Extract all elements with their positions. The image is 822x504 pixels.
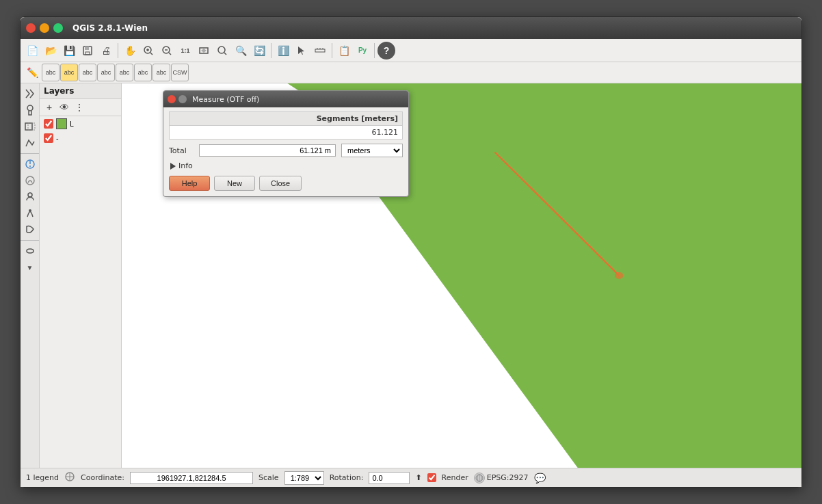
- left-tool-9[interactable]: [23, 222, 38, 237]
- dialog-titlebar: Measure (OTF off): [163, 91, 408, 107]
- label-btn-8[interactable]: CSW: [171, 64, 189, 81]
- statusbar: 1 legend Coordinate: Scale 1:789 Rotatio…: [21, 468, 801, 487]
- svg-rect-20: [25, 123, 32, 130]
- status-message-button[interactable]: 💬: [534, 472, 546, 484]
- label-btn-7[interactable]: abc: [153, 64, 170, 81]
- toolbar-separator-3: [332, 43, 332, 58]
- coordinate-input[interactable]: [130, 472, 253, 484]
- layer-2-name: -: [56, 135, 59, 142]
- toolbar-separator-1: [118, 43, 118, 58]
- left-tool-2[interactable]: [23, 103, 38, 118]
- python-button[interactable]: Py: [354, 42, 371, 59]
- label-btn-5[interactable]: abc: [116, 64, 133, 81]
- legend-count: 1 legend: [26, 473, 59, 482]
- new-button[interactable]: New: [214, 176, 255, 191]
- save-as-button[interactable]: [79, 42, 96, 59]
- label-btn-1[interactable]: abc: [42, 64, 59, 81]
- coordinate-label: Coordinate:: [81, 473, 124, 482]
- epsg-label-text: EPSG:2927: [487, 473, 529, 482]
- left-tool-8[interactable]: [23, 206, 38, 221]
- identify-button[interactable]: ℹ️: [274, 42, 292, 59]
- help-button[interactable]: ?: [377, 42, 395, 59]
- close-button[interactable]: [26, 23, 36, 33]
- unit-select[interactable]: meters kilometers feet miles: [341, 144, 403, 157]
- map-area[interactable]: Measure (OTF off) Segments [meters] 61.1…: [122, 83, 801, 468]
- left-icon-panel: ▼: [21, 83, 40, 468]
- label-toolbar: ✏️ abc abc abc abc abc abc abc CSW: [21, 62, 801, 83]
- print-button[interactable]: 🖨: [97, 42, 115, 59]
- toolbar-container: 📄 📂 💾 🖨 ✋ 1:1 🔍 🔄: [21, 39, 801, 83]
- close-dialog-button[interactable]: Close: [259, 176, 302, 191]
- edit-pen-button[interactable]: ✏️: [23, 64, 41, 81]
- render-label: Render: [442, 473, 468, 482]
- svg-rect-1: [85, 47, 89, 50]
- svg-line-13: [224, 53, 226, 55]
- layers-add-button[interactable]: +: [42, 101, 56, 114]
- open-file-button[interactable]: 📂: [42, 42, 59, 59]
- zoom-actual-button[interactable]: 1:1: [176, 42, 194, 59]
- svg-rect-15: [315, 49, 325, 52]
- select-button[interactable]: [293, 42, 310, 59]
- pan-button[interactable]: ✋: [121, 42, 139, 59]
- svg-point-27: [29, 209, 31, 212]
- main-toolbar: 📄 📂 💾 🖨 ✋ 1:1 🔍 🔄: [21, 39, 801, 62]
- left-tool-6[interactable]: [23, 173, 38, 188]
- svg-point-12: [218, 47, 225, 53]
- layers-more-button[interactable]: ⋮: [72, 101, 86, 114]
- toolbar-separator-4: [374, 43, 375, 58]
- window-title: QGIS 2.8.1-Wien: [72, 23, 148, 33]
- maximize-button[interactable]: [53, 23, 63, 33]
- left-tool-4[interactable]: [23, 135, 38, 150]
- svg-point-19: [27, 105, 33, 111]
- scale-select[interactable]: 1:789: [284, 471, 324, 485]
- label-btn-3[interactable]: abc: [79, 64, 96, 81]
- zoom-full-button[interactable]: [195, 42, 213, 59]
- layer-1-checkbox[interactable]: [44, 119, 53, 129]
- label-btn-2[interactable]: abc: [60, 64, 78, 81]
- segments-row: 61.121: [170, 126, 403, 140]
- rotation-input[interactable]: [369, 472, 410, 484]
- total-label: Total: [169, 146, 194, 155]
- layer-item-2[interactable]: -: [40, 131, 121, 145]
- svg-line-8: [169, 53, 171, 55]
- svg-rect-21: [28, 123, 35, 130]
- measure-button[interactable]: [311, 42, 329, 59]
- left-panel-sep-2: [21, 240, 39, 241]
- dialog-min-button[interactable]: [178, 95, 187, 103]
- zoom-selected-button[interactable]: [213, 42, 231, 59]
- info-triangle-icon[interactable]: [170, 163, 176, 170]
- total-value-input[interactable]: [199, 144, 336, 157]
- epsg-container[interactable]: EPSG:2927: [474, 473, 529, 483]
- left-tool-expand[interactable]: ▼: [23, 260, 38, 275]
- info-row[interactable]: Info: [169, 161, 403, 170]
- layers-visibility-button[interactable]: 👁: [57, 101, 71, 114]
- dialog-body: Segments [meters] 61.121 Total: [163, 107, 408, 196]
- refresh-button[interactable]: 🔄: [250, 42, 268, 59]
- left-tool-7[interactable]: [23, 189, 38, 204]
- render-checkbox[interactable]: [427, 473, 436, 482]
- main-area: ▼ Layers + 👁 ⋮ L -: [21, 83, 801, 468]
- left-tool-3[interactable]: [23, 119, 38, 134]
- layers-panel: Layers + 👁 ⋮ L -: [40, 83, 122, 468]
- rotation-label: Rotation:: [330, 473, 364, 482]
- layers-toolbar: + 👁 ⋮: [40, 99, 121, 116]
- help-button[interactable]: Help: [169, 176, 210, 191]
- zoom-out-button[interactable]: [158, 42, 176, 59]
- label-btn-6[interactable]: abc: [134, 64, 152, 81]
- save-button[interactable]: 💾: [60, 42, 78, 59]
- zoom-layer-button[interactable]: 🔍: [232, 42, 250, 59]
- dialog-close-button[interactable]: [168, 95, 176, 103]
- left-tool-1[interactable]: [23, 86, 38, 101]
- left-tool-5[interactable]: [23, 157, 38, 172]
- label-btn-4[interactable]: abc: [97, 64, 115, 81]
- left-tool-10[interactable]: [23, 243, 38, 258]
- attributes-button[interactable]: 📋: [335, 42, 353, 59]
- left-panel-sep: [21, 153, 39, 154]
- info-label[interactable]: Info: [178, 161, 193, 170]
- layer-item-1[interactable]: L: [40, 116, 121, 131]
- svg-point-33: [615, 272, 623, 279]
- zoom-in-button[interactable]: [140, 42, 157, 59]
- layer-2-checkbox[interactable]: [44, 133, 53, 143]
- minimize-button[interactable]: [40, 23, 49, 33]
- new-file-button[interactable]: 📄: [23, 42, 41, 59]
